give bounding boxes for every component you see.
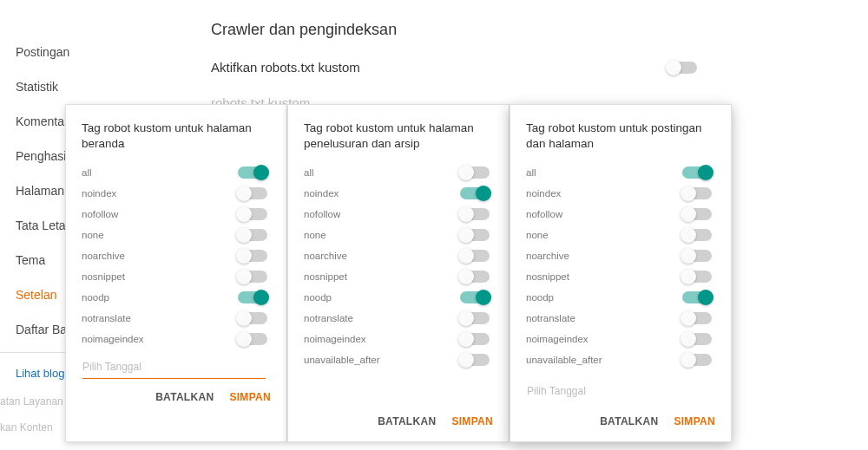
date-input[interactable]: [305, 382, 488, 403]
tag-row-all: all: [526, 162, 712, 183]
cancel-button[interactable]: BATALKAN: [600, 415, 658, 427]
toggle-nofollow[interactable]: [460, 208, 490, 220]
section-title: Crawler dan pengindeksan: [211, 21, 837, 39]
modal-actions: BATALKANSIMPAN: [304, 405, 493, 433]
toggle-noimageindex[interactable]: [682, 333, 712, 345]
toggle-none[interactable]: [238, 229, 267, 241]
tag-label: nofollow: [304, 209, 340, 219]
tag-label: noindex: [304, 188, 339, 199]
tag-label: none: [82, 230, 104, 240]
toggle-all[interactable]: [238, 166, 267, 179]
tag-label: nosnippet: [526, 271, 569, 282]
toggle-notranslate[interactable]: [460, 312, 490, 324]
toggle-nofollow[interactable]: [682, 208, 712, 220]
tag-row-notranslate: notranslate: [526, 308, 712, 329]
modal-0: Tag robot kustom untuk halaman berandaal…: [65, 104, 287, 442]
tag-list[interactable]: allnoindexnofollownonenoarchivenosnippet…: [304, 162, 493, 374]
tag-row-nofollow: nofollow: [304, 204, 490, 225]
save-button[interactable]: SIMPAN: [674, 415, 715, 427]
setting-robots-row[interactable]: Aktifkan robots.txt kustom: [211, 60, 697, 75]
tag-row-noarchive: noarchive: [526, 245, 712, 266]
tag-row-noindex: noindex: [304, 183, 490, 204]
tag-row-all: all: [304, 162, 490, 183]
modal-title: Tag robot kustom untuk postingan dan hal…: [526, 121, 715, 151]
date-placeholder: Pilih Tanggal: [527, 385, 586, 397]
toggle-noarchive[interactable]: [460, 250, 490, 262]
toggle-noindex[interactable]: [682, 187, 712, 199]
toggle-noindex[interactable]: [238, 187, 267, 199]
tag-row-none: none: [526, 225, 712, 245]
tag-row-noodp: noodp: [526, 287, 712, 308]
cancel-button[interactable]: BATALKAN: [378, 415, 436, 427]
modal-1: Tag robot kustom untuk halaman penelusur…: [287, 104, 510, 442]
modal-title: Tag robot kustom untuk halaman beranda: [82, 121, 271, 151]
date-placeholder: Pilih Tanggal: [82, 361, 141, 373]
toggle-all[interactable]: [682, 166, 712, 179]
tag-label: nosnippet: [304, 271, 347, 282]
modal-group: Tag robot kustom untuk halaman berandaal…: [65, 104, 732, 442]
toggle-all[interactable]: [460, 166, 490, 179]
toggle-nosnippet[interactable]: [460, 271, 490, 283]
tag-label: noodp: [304, 292, 332, 303]
toggle-nosnippet[interactable]: [238, 271, 267, 283]
tag-row-nosnippet: nosnippet: [304, 266, 490, 287]
toggle-noarchive[interactable]: [238, 250, 267, 262]
date-input[interactable]: Pilih Tanggal: [82, 358, 266, 379]
tag-row-all: all: [82, 162, 267, 183]
toggle-noodp[interactable]: [460, 291, 490, 303]
toggle-none[interactable]: [682, 229, 712, 241]
tag-label: notranslate: [82, 313, 131, 323]
tag-label: unavailable_after: [304, 355, 380, 365]
tag-label: all: [82, 167, 92, 178]
tag-label: noarchive: [82, 251, 125, 261]
sidebar-item-statistik[interactable]: Statistik: [0, 69, 89, 104]
toggle-nofollow[interactable]: [238, 208, 267, 220]
modal-title: Tag robot kustom untuk halaman penelusur…: [304, 121, 493, 151]
toggle-nosnippet[interactable]: [682, 271, 712, 283]
sidebar-item-postingan[interactable]: Postingan: [0, 35, 89, 69]
toggle-noindex[interactable]: [460, 187, 490, 199]
toggle-noodp[interactable]: [238, 291, 267, 303]
tag-row-none: none: [82, 225, 267, 245]
tag-row-notranslate: notranslate: [304, 308, 490, 329]
tag-label: noarchive: [526, 251, 569, 261]
modal-actions: BATALKANSIMPAN: [526, 405, 715, 433]
tag-label: noarchive: [304, 251, 347, 261]
toggle-noodp[interactable]: [682, 291, 712, 303]
tag-label: noindex: [82, 188, 116, 199]
toggle-noimageindex[interactable]: [460, 333, 490, 345]
tag-row-none: none: [304, 225, 490, 245]
tag-label: noimageindex: [526, 334, 589, 344]
tag-row-noodp: noodp: [82, 287, 267, 308]
tag-label: none: [304, 230, 326, 240]
toggle-notranslate[interactable]: [682, 312, 712, 324]
save-button[interactable]: SIMPAN: [451, 415, 493, 427]
tag-row-unavailable_after: unavailable_after: [526, 349, 712, 370]
tag-label: nofollow: [526, 209, 562, 219]
toggle-notranslate[interactable]: [238, 312, 267, 324]
tag-row-noimageindex: noimageindex: [304, 329, 490, 349]
save-button[interactable]: SIMPAN: [229, 391, 271, 403]
tag-row-noimageindex: noimageindex: [82, 329, 267, 349]
date-input[interactable]: Pilih Tanggal: [527, 382, 710, 403]
toggle-noimageindex[interactable]: [238, 333, 267, 345]
toggle-unavailable_after[interactable]: [460, 354, 490, 366]
tag-label: noimageindex: [82, 334, 144, 344]
toggle-noarchive[interactable]: [682, 250, 712, 262]
toggle-none[interactable]: [460, 229, 490, 241]
tag-label: all: [304, 167, 314, 178]
tag-row-nofollow: nofollow: [526, 204, 712, 225]
tag-list[interactable]: allnoindexnofollownonenoarchivenosnippet…: [526, 162, 715, 374]
tag-row-noindex: noindex: [526, 183, 712, 204]
tag-row-unavailable_after: unavailable_after: [304, 349, 490, 370]
tag-label: nosnippet: [82, 271, 125, 282]
tag-list[interactable]: allnoindexnofollownonenoarchivenosnippet…: [82, 162, 271, 349]
toggle-unavailable_after[interactable]: [682, 354, 712, 366]
tag-row-nofollow: nofollow: [82, 204, 267, 225]
tag-label: noodp: [526, 292, 554, 303]
cancel-button[interactable]: BATALKAN: [155, 391, 214, 403]
tag-label: nofollow: [82, 209, 118, 219]
tag-row-noarchive: noarchive: [82, 245, 267, 266]
toggle-robots[interactable]: [667, 62, 697, 74]
tag-row-noodp: noodp: [304, 287, 490, 308]
